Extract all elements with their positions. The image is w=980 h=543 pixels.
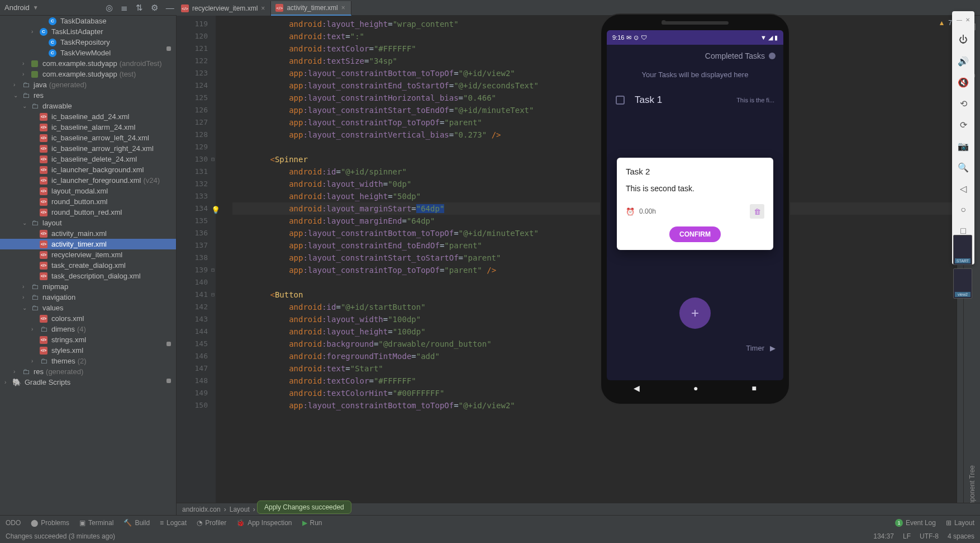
tree-item[interactable]: ›🗀themes(2) <box>0 356 176 366</box>
tree-item[interactable]: ⌄🗀drawable <box>0 101 176 111</box>
home-icon[interactable]: ○ <box>957 203 970 216</box>
battery-icon: ▮ <box>774 34 778 41</box>
tree-item[interactable]: </>activity_main.xml <box>0 228 176 239</box>
line-ending[interactable]: LF <box>903 532 911 540</box>
back-icon[interactable]: ◁ <box>957 182 970 195</box>
confirm-button[interactable]: CONFIRM <box>669 226 721 242</box>
terminal-tool[interactable]: ▣Terminal <box>79 519 113 527</box>
stack-icon[interactable]: ≣ <box>121 3 128 13</box>
back-icon[interactable]: ◀ <box>634 384 640 393</box>
phone-screen[interactable]: 9:16 ✉ ⊙ 🛡 ▼ ◢ ▮ Completed Tasks Your Ta… <box>607 30 783 380</box>
tree-item[interactable]: </>task_description_dialog.xml <box>0 271 176 281</box>
task-dialog: Task 2 This is second task. ⏰ 0.00h 🗑 CO… <box>617 158 773 250</box>
timer-label: Timer <box>746 344 764 352</box>
tree-item[interactable]: ›CTaskListAdapter <box>0 26 176 37</box>
close-icon[interactable]: × <box>341 4 345 12</box>
run-tool[interactable]: ▶Run <box>302 519 322 527</box>
breadcrumb-seg[interactable]: androidx.con <box>182 506 221 513</box>
tree-item[interactable]: </>ic_launcher_background.xml <box>0 164 176 175</box>
timer-nav[interactable]: Timer ▶ <box>746 344 776 352</box>
indent-info[interactable]: 4 spaces <box>948 532 974 540</box>
warning-icon: ▲ <box>938 19 945 27</box>
caret-position[interactable]: 134:37 <box>873 532 894 540</box>
project-tree[interactable]: CTaskDatabase›CTaskListAdapterCTaskRepos… <box>0 16 177 515</box>
todo-tool[interactable]: ODO <box>6 519 21 527</box>
tree-item[interactable]: ›🗀java(generated) <box>0 79 176 90</box>
tree-item[interactable]: ›🗀mipmap <box>0 281 176 292</box>
rotate-right-icon[interactable]: ⟳ <box>957 118 970 131</box>
tree-item[interactable]: </>ic_baseline_add_24.xml <box>0 111 176 122</box>
preview-thumb[interactable]: START <box>953 235 972 265</box>
xml-file-icon: </> <box>275 4 283 12</box>
fab-add-button[interactable]: + <box>679 298 711 329</box>
tree-item[interactable]: </>activity_timer.xml <box>0 239 176 249</box>
layout-inspector-tool[interactable]: ⊞Layout <box>946 519 974 527</box>
minimize-icon[interactable]: — <box>957 17 962 23</box>
tree-item[interactable]: </>colors.xml <box>0 313 176 324</box>
logcat-tool[interactable]: ≡Logcat <box>160 519 187 527</box>
screenshot-icon[interactable]: 📷 <box>957 139 970 153</box>
tree-item[interactable]: </>round_button_red.xml <box>0 207 176 218</box>
tree-item[interactable]: CTaskRepository <box>0 37 176 48</box>
tree-item[interactable]: </>ic_baseline_arrow_left_24.xml <box>0 133 176 143</box>
preview-thumb[interactable]: view2 <box>953 268 972 299</box>
gear-icon[interactable]: ⚙ <box>151 3 158 13</box>
zoom-icon[interactable]: 🔍 <box>957 160 970 174</box>
tree-item[interactable]: ⌄🗀res <box>0 90 176 101</box>
tree-item[interactable]: ›🐘Gradle Scripts <box>0 377 176 388</box>
run-config-dropdown[interactable]: Android <box>4 3 30 12</box>
home-icon[interactable]: ● <box>693 384 698 393</box>
tree-item[interactable]: </>recyclerview_item.xml <box>0 249 176 260</box>
sync-icon[interactable]: ◎ <box>106 3 113 13</box>
rotate-left-icon[interactable]: ⟲ <box>957 97 970 110</box>
tab-label: activity_timer.xml <box>287 4 337 12</box>
code-area[interactable]: android:layout_height="wrap_content" and… <box>216 16 957 515</box>
encoding[interactable]: UTF-8 <box>920 532 939 540</box>
warning-count: 7 <box>948 19 952 27</box>
tree-item[interactable]: ⌄🗀values <box>0 303 176 313</box>
build-tool[interactable]: 🔨Build <box>123 519 150 527</box>
delete-button[interactable]: 🗑 <box>750 204 764 219</box>
tab-label: recyclerview_item.xml <box>192 4 258 12</box>
tree-item[interactable]: </>strings.xml <box>0 334 176 345</box>
tab-activity-timer[interactable]: </> activity_timer.xml × <box>271 1 351 16</box>
volume-down-icon[interactable]: 🔇 <box>957 75 970 89</box>
tree-item[interactable]: CTaskViewModel <box>0 48 176 58</box>
tree-item[interactable]: </>styles.xml <box>0 345 176 356</box>
tree-item[interactable]: ›com.example.studyapp(test) <box>0 69 176 79</box>
tree-item[interactable]: </>ic_baseline_arrow_right_24.xml <box>0 143 176 154</box>
tree-item[interactable]: </>round_button.xml <box>0 196 176 207</box>
profiler-tool[interactable]: ◔Profiler <box>197 519 226 527</box>
phone-frame: 9:16 ✉ ⊙ 🛡 ▼ ◢ ▮ Completed Tasks Your Ta… <box>600 13 790 405</box>
tab-recyclerview-item[interactable]: </> recyclerview_item.xml × <box>177 1 271 16</box>
tree-item[interactable]: ›🗀res(generated) <box>0 366 176 377</box>
empty-placeholder: Your Tasks will be displayed here <box>607 67 783 87</box>
recents-icon[interactable]: ■ <box>752 384 757 393</box>
tree-item[interactable]: </>ic_baseline_alarm_24.xml <box>0 122 176 133</box>
breadcrumb-seg[interactable]: Layout <box>230 506 250 513</box>
tree-item[interactable]: CTaskDatabase <box>0 16 176 26</box>
tree-item[interactable]: ›🗀navigation <box>0 292 176 303</box>
tree-item[interactable]: </>ic_launcher_foreground.xml(v24) <box>0 175 176 186</box>
circle-icon[interactable] <box>769 53 776 59</box>
event-log-tool[interactable]: 1Event Log <box>895 519 936 527</box>
task-row[interactable]: Task 1 This is the fi... <box>610 87 780 114</box>
status-bar: Changes succeeded (3 minutes ago) 134:37… <box>0 530 980 543</box>
tree-item[interactable]: ›com.example.studyapp(androidTest) <box>0 58 176 69</box>
volume-up-icon[interactable]: 🔊 <box>957 54 970 68</box>
apply-icon[interactable]: ⇅ <box>136 3 143 13</box>
tree-item[interactable]: </>task_create_dialog.xml <box>0 260 176 271</box>
close-icon[interactable]: ✕ <box>965 17 970 23</box>
tree-item[interactable]: ›🗀dimens(4) <box>0 324 176 334</box>
power-icon[interactable]: ⏻ <box>957 33 970 46</box>
problems-tool[interactable]: ⬤Problems <box>31 519 69 527</box>
android-nav-bar: ◀ ● ■ <box>607 378 783 398</box>
app-inspection-tool[interactable]: 🐞App Inspection <box>236 519 292 527</box>
code-editor[interactable]: 119120121122123124125126127128129130⊟131… <box>177 16 980 515</box>
tree-item[interactable]: </>ic_baseline_delete_24.xml <box>0 154 176 164</box>
close-icon[interactable]: × <box>261 4 265 12</box>
tree-item[interactable]: ⌄🗀layout <box>0 218 176 228</box>
tree-item[interactable]: </>layout_modal.xml <box>0 186 176 196</box>
checkbox[interactable] <box>616 96 625 105</box>
minimize-icon[interactable]: — <box>166 3 174 12</box>
